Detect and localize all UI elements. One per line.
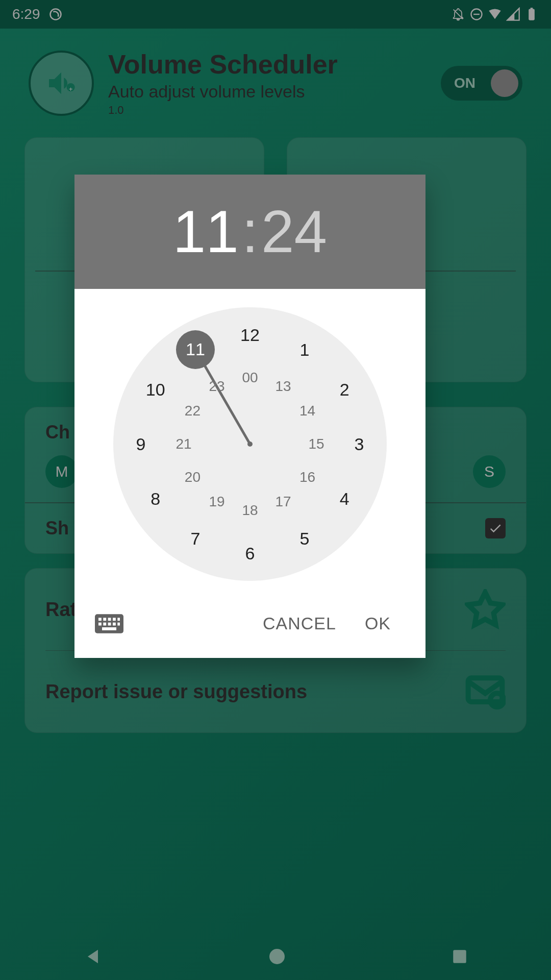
picker-colon: : [242, 198, 258, 266]
hour-20[interactable]: 20 [185, 469, 201, 485]
hour-7[interactable]: 7 [191, 529, 201, 549]
hour-16[interactable]: 16 [299, 469, 315, 485]
hour-18[interactable]: 18 [242, 502, 258, 519]
hour-13[interactable]: 13 [275, 378, 291, 395]
svg-rect-21 [117, 622, 120, 625]
hour-00[interactable]: 00 [242, 370, 258, 386]
cancel-button[interactable]: CANCEL [248, 607, 350, 640]
hour-22[interactable]: 22 [185, 403, 201, 419]
hour-14[interactable]: 14 [299, 403, 315, 419]
svg-rect-15 [113, 618, 116, 621]
clock-face[interactable]: 121234567891011001314151617181920212223 [113, 307, 387, 581]
hour-4[interactable]: 4 [340, 489, 349, 509]
keyboard-icon [95, 614, 123, 634]
picker-minute[interactable]: 24 [261, 198, 327, 266]
hour-6[interactable]: 6 [245, 544, 255, 564]
time-picker-header: 11 : 24 [74, 175, 425, 289]
svg-rect-13 [103, 618, 106, 621]
svg-rect-20 [113, 622, 116, 625]
hour-15[interactable]: 15 [308, 436, 324, 452]
hour-5[interactable]: 5 [300, 529, 310, 549]
hour-11-selected[interactable]: 11 [176, 330, 215, 369]
hour-3[interactable]: 3 [355, 434, 364, 454]
clock-hand [198, 355, 251, 445]
svg-rect-12 [98, 618, 102, 621]
ok-button[interactable]: OK [350, 607, 405, 640]
hour-12[interactable]: 12 [240, 325, 260, 345]
clock-center [247, 442, 253, 447]
svg-rect-16 [117, 618, 120, 621]
svg-rect-22 [102, 627, 116, 630]
svg-rect-14 [108, 618, 111, 621]
keyboard-toggle-button[interactable] [95, 614, 123, 634]
hour-2[interactable]: 2 [340, 380, 349, 400]
hour-23[interactable]: 23 [209, 378, 224, 395]
hour-8[interactable]: 8 [151, 489, 160, 509]
picker-hour[interactable]: 11 [173, 198, 239, 266]
hour-1[interactable]: 1 [300, 339, 310, 359]
svg-rect-17 [98, 622, 102, 625]
hour-19[interactable]: 19 [209, 494, 224, 510]
time-picker-dialog: 11 : 24 12123456789101100131415161718192… [74, 175, 425, 658]
hour-9[interactable]: 9 [136, 434, 146, 454]
hour-10[interactable]: 10 [146, 380, 165, 400]
hour-17[interactable]: 17 [275, 494, 291, 510]
svg-rect-19 [108, 622, 111, 625]
hour-21[interactable]: 21 [176, 436, 191, 452]
svg-rect-18 [103, 622, 106, 625]
